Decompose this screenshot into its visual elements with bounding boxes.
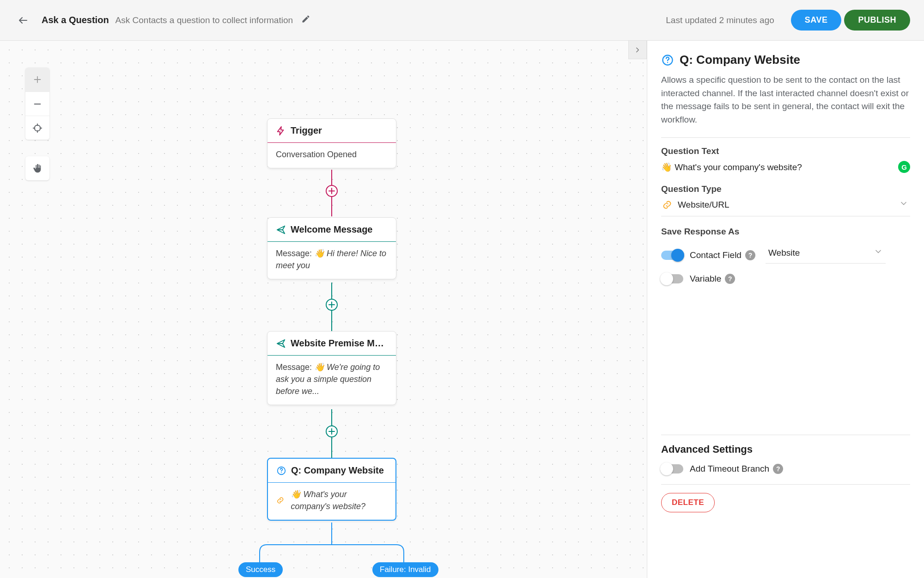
page-subtitle: Ask Contacts a question to collect infor… xyxy=(116,15,293,25)
contact-field-label: Contact Field xyxy=(690,250,742,260)
save-response-label: Save Response As xyxy=(661,227,910,237)
variable-toggle[interactable] xyxy=(661,274,683,283)
panel-description: Allows a specific question to be sent to… xyxy=(661,74,910,126)
question-text-label: Question Text xyxy=(661,146,910,156)
timeout-toggle[interactable] xyxy=(661,464,683,473)
question-type-value: Website/URL xyxy=(678,200,729,210)
question-type-dropdown[interactable]: Website/URL xyxy=(661,199,910,216)
timeout-label: Add Timeout Branch xyxy=(690,464,769,474)
contact-field-dropdown[interactable]: Website xyxy=(766,247,886,264)
node-trigger-title: Trigger xyxy=(291,125,322,136)
config-panel: Q: Company Website Allows a specific que… xyxy=(647,41,924,578)
question-circle-icon xyxy=(276,466,286,476)
branch-failure[interactable]: Failure: Invalid xyxy=(372,562,438,577)
branch-success[interactable]: Success xyxy=(238,562,283,577)
node-trigger[interactable]: Trigger Conversation Opened xyxy=(267,118,396,168)
contact-field-row: Contact Field ? Website xyxy=(661,247,910,264)
help-icon[interactable]: ? xyxy=(773,464,783,474)
node-welcome-title: Welcome Message xyxy=(291,224,373,235)
chevron-right-icon xyxy=(633,46,642,54)
svg-point-11 xyxy=(667,62,668,63)
timeout-row: Add Timeout Branch ? xyxy=(661,464,910,474)
send-icon xyxy=(276,338,286,349)
top-bar: Ask a Question Ask Contacts a question t… xyxy=(0,0,924,41)
help-icon[interactable]: ? xyxy=(725,274,735,284)
node-welcome-prefix: Message: xyxy=(276,249,314,258)
hand-icon xyxy=(32,163,43,173)
link-icon xyxy=(276,495,284,506)
delete-button[interactable]: DELETE xyxy=(661,493,715,512)
node-premise[interactable]: Website Premise Messa… Message: 👋 We're … xyxy=(267,331,396,405)
node-welcome[interactable]: Welcome Message Message: 👋 Hi there! Nic… xyxy=(267,217,396,279)
advanced-settings-label: Advanced Settings xyxy=(661,443,910,455)
contact-field-toggle[interactable] xyxy=(661,251,683,260)
node-premise-title: Website Premise Messa… xyxy=(291,338,388,349)
svg-point-4 xyxy=(326,299,337,310)
help-icon[interactable]: ? xyxy=(745,250,755,260)
panel-title-row: Q: Company Website xyxy=(661,53,910,67)
node-question-msg: 👋 What's your company's website? xyxy=(291,488,387,512)
zoom-controls xyxy=(25,68,49,140)
send-icon xyxy=(276,225,286,235)
crosshair-icon xyxy=(32,123,43,133)
back-button[interactable] xyxy=(14,11,32,30)
node-premise-prefix: Message: xyxy=(276,363,314,372)
pencil-icon xyxy=(301,14,310,24)
edit-title-button[interactable] xyxy=(301,14,310,26)
pan-button[interactable] xyxy=(25,156,49,180)
arrow-left-icon xyxy=(18,15,29,26)
minus-icon xyxy=(32,99,43,109)
panel-title: Q: Company Website xyxy=(680,53,800,67)
svg-point-0 xyxy=(35,125,41,131)
last-updated: Last updated 2 minutes ago xyxy=(666,15,774,25)
variable-row: Variable ? xyxy=(661,274,910,284)
plus-icon xyxy=(32,74,43,85)
variable-label: Variable xyxy=(690,274,721,284)
chevron-down-icon xyxy=(899,199,908,208)
question-circle-icon xyxy=(661,54,674,67)
question-type-label: Question Type xyxy=(661,184,910,194)
question-text-value[interactable]: 👋 What's your company's website? xyxy=(661,162,802,172)
node-question-title: Q: Company Website xyxy=(291,465,384,476)
publish-button[interactable]: PUBLISH xyxy=(844,10,910,31)
node-question[interactable]: Q: Company Website 👋 What's your company… xyxy=(267,458,396,521)
svg-point-9 xyxy=(281,472,282,473)
node-trigger-body: Conversation Opened xyxy=(276,150,357,159)
zoom-in-button[interactable] xyxy=(25,68,49,92)
svg-point-6 xyxy=(326,426,337,437)
workflow-canvas[interactable]: Trigger Conversation Opened Welcome Mess… xyxy=(0,41,647,578)
bolt-icon xyxy=(276,126,286,136)
link-icon xyxy=(662,200,672,210)
save-button[interactable]: SAVE xyxy=(791,10,842,31)
recenter-button[interactable] xyxy=(25,116,49,140)
contact-field-value: Website xyxy=(768,248,800,258)
grammarly-icon[interactable]: G xyxy=(898,161,910,173)
panel-collapse-button[interactable] xyxy=(628,41,647,59)
chevron-down-icon xyxy=(874,247,883,256)
svg-point-2 xyxy=(326,185,337,197)
page-title: Ask a Question xyxy=(42,15,109,25)
zoom-out-button[interactable] xyxy=(25,92,49,116)
